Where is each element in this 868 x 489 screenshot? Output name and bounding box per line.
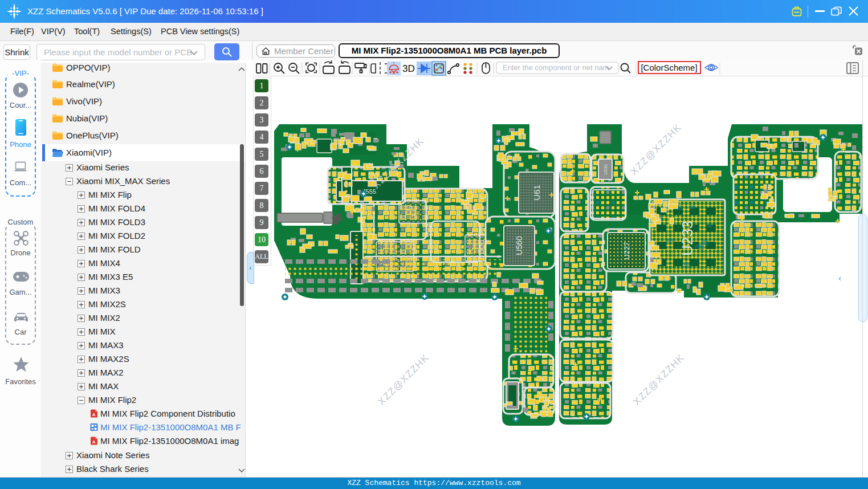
svg-text:A: A (92, 412, 96, 417)
svg-text:3D: 3D (402, 63, 415, 74)
svg-text:U560: U560 (515, 236, 524, 255)
svg-text:XZZ@XZZHK: XZZ@XZZHK (631, 352, 686, 407)
svg-text:XZZ@XZZHK: XZZ@XZZHK (376, 352, 431, 407)
svg-text:XZZ@XZZHK: XZZ@XZZHK (628, 121, 683, 177)
svg-text:U227: U227 (622, 242, 631, 259)
svg-text:U233: U233 (679, 221, 696, 256)
svg-text:[ColorScheme]: [ColorScheme] (641, 63, 697, 72)
svg-text:U61: U61 (532, 185, 541, 201)
svg-text:U231: U231 (603, 164, 608, 175)
svg-text:Enter the component or net nam: Enter the component or net nam (503, 63, 609, 72)
svg-text:A: A (92, 439, 96, 445)
